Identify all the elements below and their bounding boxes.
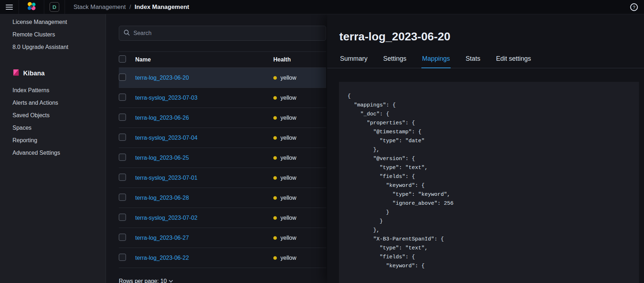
health-dot [273,256,277,260]
tab-summary[interactable]: Summary [339,51,368,68]
health-dot [273,116,277,120]
search-icon [123,29,130,37]
search-input[interactable] [133,30,321,36]
search-box [119,26,326,41]
index-list-panel: Name Health terra-log_2023-06-20 yellow … [106,14,328,283]
elastic-logo[interactable] [27,1,36,13]
mappings-code-block: { "mappings": { "_doc": { "properties": … [339,82,639,283]
sidebar-section-kibana: Kibana [12,65,106,81]
health-dot [273,156,277,160]
index-name-link[interactable]: terra-log_2023-06-26 [135,115,273,121]
mappings-code-container: { "mappings": { "_doc": { "properties": … [327,68,644,283]
space-avatar[interactable]: D [50,2,59,12]
sidebar-item-upgrade-assistant[interactable]: 8.0 Upgrade Assistant [12,41,106,53]
tab-stats[interactable]: Stats [465,51,481,68]
index-name-link[interactable]: terra-syslog_2023-07-03 [135,95,273,101]
row-checkbox[interactable] [119,254,126,261]
menu-icon[interactable] [0,0,19,14]
health-label: yellow [280,175,296,181]
health-dot [273,236,277,240]
tab-settings[interactable]: Settings [382,51,407,68]
row-checkbox[interactable] [119,234,126,241]
management-sidebar: License Management Remote Clusters 8.0 U… [0,14,106,283]
tab-edit-settings[interactable]: Edit settings [495,51,532,68]
breadcrumb-separator: / [129,4,131,11]
tab-mappings[interactable]: Mappings [421,51,451,68]
space-section: D [44,0,65,14]
rows-per-page-button[interactable]: Rows per page: 10 [119,278,172,283]
top-header: D Stack Management / Index Management ? [0,0,644,14]
sidebar-item-alerts-and-actions[interactable]: Alerts and Actions [12,96,106,109]
flyout-title: terra-log_2023-06-20 [339,29,632,44]
row-checkbox[interactable] [119,134,126,141]
table-row[interactable]: terra-syslog_2023-07-01 yellow [119,168,326,188]
column-header-health: Health [273,56,326,63]
table-row[interactable]: terra-log_2023-06-28 yellow [119,188,326,208]
sidebar-item-index-patterns[interactable]: Index Patterns [12,84,106,96]
health-dot [273,196,277,200]
svg-text:?: ? [633,5,635,10]
breadcrumb: Stack Management / Index Management [73,4,189,11]
sidebar-item-saved-objects[interactable]: Saved Objects [12,109,106,121]
index-name-link[interactable]: terra-log_2023-06-28 [135,195,273,201]
row-checkbox[interactable] [119,94,126,101]
flyout-tabs: Summary Settings Mappings Stats Edit set… [327,51,644,68]
index-detail-flyout: terra-log_2023-06-20 Summary Settings Ma… [327,14,644,283]
index-name-link[interactable]: terra-log_2023-06-20 [135,75,273,81]
row-checkbox[interactable] [119,174,126,181]
sidebar-item-license-management[interactable]: License Management [12,16,106,28]
row-checkbox[interactable] [119,214,126,221]
index-name-link[interactable]: terra-log_2023-06-27 [135,235,273,241]
row-checkbox[interactable] [119,74,126,81]
health-label: yellow [280,75,296,81]
health-label: yellow [280,215,296,221]
table-row[interactable]: terra-log_2023-06-22 yellow [119,248,326,268]
health-label: yellow [280,95,296,101]
header-right: ? [630,3,638,11]
health-dot [273,96,277,100]
index-name-link[interactable]: terra-syslog_2023-07-02 [135,215,273,221]
index-name-link[interactable]: terra-syslog_2023-07-04 [135,135,273,141]
health-dot [273,136,277,140]
sidebar-item-reporting[interactable]: Reporting [12,134,106,147]
index-name-link[interactable]: terra-syslog_2023-07-01 [135,175,273,181]
sidebar-item-advanced-settings[interactable]: Advanced Settings [12,147,106,159]
select-all-checkbox[interactable] [119,55,126,63]
table-header-row: Name Health [119,51,326,68]
health-label: yellow [280,155,296,161]
health-dot [273,216,277,220]
sidebar-section-title: Kibana [23,70,45,77]
index-name-link[interactable]: terra-log_2023-06-22 [135,255,273,261]
health-label: yellow [280,115,296,121]
table-row[interactable]: terra-log_2023-06-20 yellow [119,68,326,88]
table-row[interactable]: terra-syslog_2023-07-04 yellow [119,128,326,148]
chevron-down-icon [169,278,173,282]
table-row[interactable]: terra-syslog_2023-07-02 yellow [119,208,326,228]
table-row[interactable]: terra-syslog_2023-07-03 yellow [119,88,326,108]
help-icon[interactable]: ? [630,3,638,11]
health-dot [273,176,277,180]
row-checkbox[interactable] [119,114,126,121]
health-label: yellow [280,235,296,241]
header-left: D Stack Management / Index Management [0,0,189,14]
table-row[interactable]: terra-log_2023-06-25 yellow [119,148,326,168]
index-name-link[interactable]: terra-log_2023-06-25 [135,155,273,161]
indices-table: Name Health terra-log_2023-06-20 yellow … [119,51,326,268]
health-label: yellow [280,195,296,201]
breadcrumb-stack-management[interactable]: Stack Management [73,4,126,11]
hamburger-icon [6,5,13,10]
kibana-logo [12,69,20,78]
health-label: yellow [280,135,296,141]
breadcrumb-index-management: Index Management [135,4,189,11]
rows-per-page-label: Rows per page: 10 [119,278,167,283]
column-header-name[interactable]: Name [135,56,273,63]
sidebar-item-spaces[interactable]: Spaces [12,121,106,134]
row-checkbox[interactable] [119,194,126,201]
health-label: yellow [280,255,296,261]
sidebar-item-remote-clusters[interactable]: Remote Clusters [12,28,106,41]
health-dot [273,76,277,80]
table-row[interactable]: terra-log_2023-06-27 yellow [119,228,326,248]
elastic-logo-section [19,0,44,14]
table-row[interactable]: terra-log_2023-06-26 yellow [119,108,326,128]
row-checkbox[interactable] [119,154,126,161]
